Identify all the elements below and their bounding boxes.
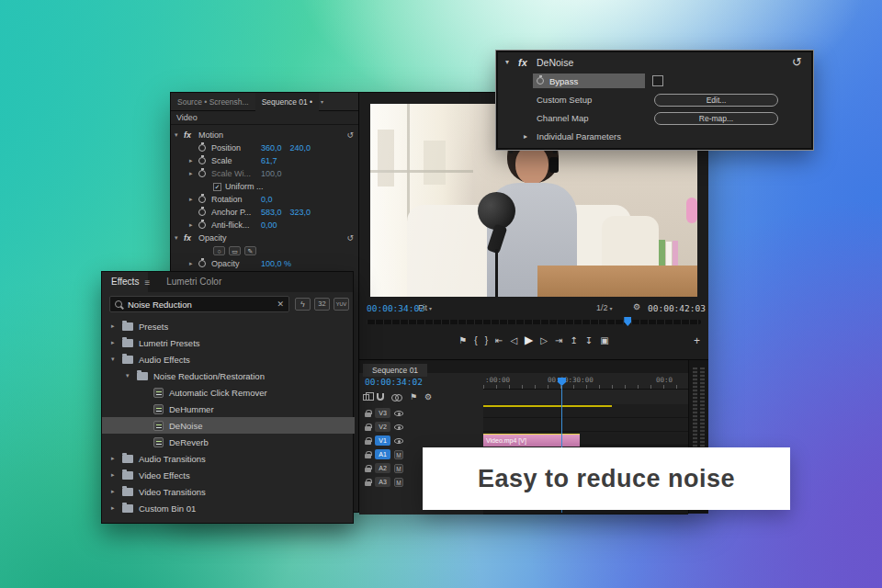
mark-in-icon[interactable]: { — [474, 335, 477, 345]
stopwatch-icon[interactable] — [198, 260, 206, 267]
bypass-row-highlight[interactable]: Bypass — [533, 74, 645, 88]
extract-icon[interactable]: ↧ — [585, 335, 593, 345]
linked-selection-icon[interactable] — [391, 394, 402, 401]
tree-item-automatic-click-remover[interactable]: Automatic Click Remover — [102, 384, 355, 401]
track-header-a2[interactable]: A2 M — [365, 462, 403, 474]
track-header-a3[interactable]: A3 M — [365, 476, 403, 488]
program-scrubber[interactable] — [367, 320, 701, 324]
uniform-scale-checkbox[interactable]: ✓ — [213, 183, 221, 191]
toggle-track-output-icon[interactable] — [394, 411, 403, 416]
32bit-filter[interactable]: 32 — [314, 298, 330, 311]
rectangle-mask-icon[interactable]: ▭ — [229, 246, 241, 255]
anchor-y-value[interactable]: 323,0 — [290, 208, 311, 217]
chevron-collapsed-icon[interactable]: ▸ — [111, 471, 115, 479]
tab-lumetri-color[interactable]: Lumetri Color — [157, 272, 231, 292]
chevron-expanded-icon[interactable]: ▾ — [505, 58, 509, 66]
search-input[interactable] — [126, 300, 277, 310]
edit-button[interactable]: Edit... — [654, 94, 778, 107]
toggle-track-output-icon[interactable] — [394, 424, 403, 430]
timeline-timecode[interactable]: 00:00:34:02 — [365, 377, 423, 387]
export-frame-icon[interactable]: ▣ — [600, 335, 608, 345]
tree-item-dereverb[interactable]: DeReverb — [102, 434, 355, 450]
ellipse-mask-icon[interactable]: ○ — [213, 246, 225, 255]
track-header-v1[interactable]: V1 — [365, 435, 403, 447]
tree-item-video-effects[interactable]: ▸ Video Effects — [102, 467, 355, 483]
tree-item-denoise[interactable]: DeNoise — [102, 417, 355, 434]
tree-item-noise-reduction-restoration[interactable]: ▾ Noise Reduction/Restoration — [102, 368, 355, 384]
accelerated-effects-filter[interactable]: ϟ — [295, 298, 311, 311]
tree-item-presets[interactable]: ▸ Presets — [102, 318, 355, 334]
stopwatch-icon[interactable] — [198, 221, 206, 229]
reset-effect-icon[interactable]: ↺ — [792, 55, 802, 69]
panel-menu-icon[interactable]: ≡ — [144, 277, 157, 288]
timeline-ruler[interactable]: :00:00 00:00:30:00 00:0 — [483, 373, 688, 390]
reset-effect-icon[interactable]: ↺ — [346, 130, 354, 140]
track-badge-a3[interactable]: A3 — [375, 477, 390, 487]
antiflicker-value[interactable]: 0,00 — [261, 220, 277, 230]
playback-resolution-select[interactable]: 1/2▾ — [596, 303, 613, 312]
settings-wrench-icon[interactable]: ⚙ — [633, 302, 640, 311]
mark-out-icon[interactable]: } — [485, 335, 488, 345]
lift-icon[interactable]: ↥ — [570, 335, 577, 345]
step-back-icon[interactable]: ◁ — [510, 335, 517, 345]
motion-effect-row[interactable]: ▾ fx Motion ↺ — [171, 129, 358, 141]
lock-icon[interactable] — [365, 440, 371, 445]
mute-track-button[interactable]: M — [394, 478, 403, 487]
stopwatch-icon[interactable] — [537, 77, 544, 85]
tab-sequence[interactable]: Sequence 01 • — [255, 93, 319, 111]
button-editor-plus-icon[interactable]: + — [694, 334, 700, 347]
play-icon[interactable]: ▶ — [525, 334, 533, 346]
tree-item-audio-transitions[interactable]: ▸ Audio Transitions — [102, 450, 355, 467]
clear-search-icon[interactable]: ✕ — [277, 300, 288, 309]
chevron-collapsed-icon[interactable]: ▸ — [189, 170, 193, 177]
tree-item-audio-effects[interactable]: ▾ Audio Effects — [102, 351, 355, 368]
search-box[interactable]: ✕ — [109, 296, 289, 312]
tree-item-dehummer[interactable]: DeHummer — [102, 401, 355, 417]
video-clip[interactable]: Video.mp4 [V] — [483, 434, 580, 447]
stopwatch-icon[interactable] — [198, 196, 206, 203]
stopwatch-icon[interactable] — [198, 144, 206, 152]
chevron-collapsed-icon[interactable]: ▸ — [189, 196, 193, 203]
program-timecode-current[interactable]: 00:00:34:02 — [367, 303, 424, 313]
tree-item-lumetri-presets[interactable]: ▸ Lumetri Presets — [102, 334, 355, 351]
rotation-value[interactable]: 0,0 — [261, 195, 273, 204]
chevron-collapsed-icon[interactable]: ▸ — [524, 132, 527, 141]
track-badge-v3[interactable]: V3 — [375, 408, 390, 418]
toggle-track-output-icon[interactable] — [394, 438, 403, 444]
chevron-collapsed-icon[interactable]: ▸ — [111, 339, 115, 346]
chevron-expanded-icon[interactable]: ▾ — [175, 131, 178, 139]
opacity-value[interactable]: 100,0 % — [261, 259, 291, 268]
track-badge-v2[interactable]: V2 — [375, 422, 390, 432]
track-header-a1[interactable]: A1 M — [365, 448, 403, 460]
track-header-v3[interactable]: V3 — [365, 407, 403, 419]
mute-track-button[interactable]: M — [394, 464, 403, 473]
chevron-expanded-icon[interactable]: ▾ — [175, 234, 178, 242]
lock-icon[interactable] — [365, 454, 371, 458]
stopwatch-icon[interactable] — [198, 209, 206, 216]
stopwatch-icon[interactable] — [198, 170, 206, 177]
position-y-value[interactable]: 240,0 — [290, 143, 311, 153]
chevron-collapsed-icon[interactable]: ▸ — [111, 504, 115, 512]
zoom-level-select[interactable]: Fit▾ — [418, 303, 432, 312]
snap-icon[interactable] — [377, 393, 384, 401]
chevron-collapsed-icon[interactable]: ▸ — [189, 260, 193, 267]
chevron-expanded-icon[interactable]: ▾ — [111, 356, 115, 363]
add-marker-icon[interactable]: ⚑ — [458, 335, 467, 345]
position-x-value[interactable]: 360,0 — [261, 143, 282, 153]
timeline-settings-wrench-icon[interactable]: ⚙ — [424, 392, 432, 401]
remap-button[interactable]: Re-map... — [654, 112, 778, 125]
track-badge-a1[interactable]: A1 — [375, 449, 390, 459]
go-to-out-icon[interactable]: ⇥ — [555, 335, 562, 345]
yuv-filter[interactable]: YUV — [334, 298, 349, 311]
program-playhead[interactable] — [624, 317, 631, 326]
anchor-x-value[interactable]: 583,0 — [261, 208, 282, 217]
chevron-expanded-icon[interactable]: ▾ — [126, 372, 130, 379]
chevron-collapsed-icon[interactable]: ▸ — [189, 221, 193, 229]
mute-track-button[interactable]: M — [394, 450, 403, 459]
go-to-in-icon[interactable]: ⇤ — [495, 335, 503, 345]
bypass-checkbox[interactable] — [652, 75, 663, 86]
tab-source-monitor[interactable]: Source • Screensh... — [171, 93, 255, 111]
lock-icon[interactable] — [365, 413, 371, 417]
chevron-collapsed-icon[interactable]: ▸ — [111, 488, 115, 495]
chevron-collapsed-icon[interactable]: ▸ — [111, 455, 115, 462]
